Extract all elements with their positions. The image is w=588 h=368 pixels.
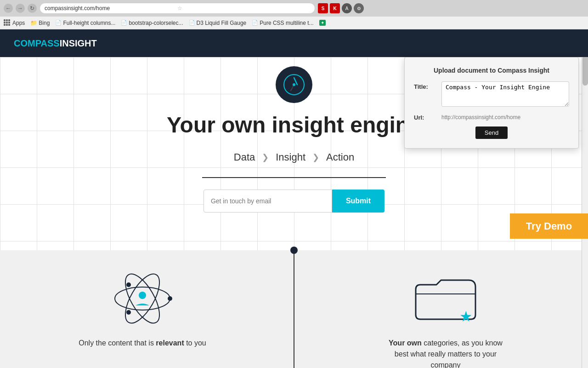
hero-title: Your own insight engine xyxy=(167,112,421,138)
flow-insight: Insight xyxy=(276,151,305,163)
bookmark-icon-1: 📄 xyxy=(55,20,62,26)
d3-label: D3 Liquid Fill Gauge xyxy=(197,20,247,26)
compass-gauge-icon xyxy=(283,73,305,96)
apps-icon xyxy=(4,19,11,27)
star-icon: ☆ xyxy=(177,5,310,12)
bing-icon: 📁 xyxy=(30,20,37,26)
full-height-label: Full-height columns... xyxy=(63,20,115,26)
folder-svg: ★ xyxy=(409,269,482,328)
forward-button[interactable]: → xyxy=(16,4,25,13)
bookmark-d3[interactable]: 📄 D3 Liquid Fill Gauge xyxy=(189,20,247,26)
popup-url-value: http://compassinsight.com/home xyxy=(441,112,569,121)
popup-title-label: Title: xyxy=(414,81,437,90)
email-form: Submit xyxy=(204,190,384,213)
submit-button[interactable]: Submit xyxy=(332,190,384,213)
lower-section: Only the content that is relevant to you… xyxy=(0,250,588,368)
page-content: COMPASSINSIGHT Your own insight engine D… xyxy=(0,29,588,368)
flow-arrow-1: ❯ xyxy=(262,152,269,162)
ext-icon-1[interactable]: S xyxy=(318,3,328,13)
try-demo-button[interactable]: Try Demo xyxy=(510,213,588,239)
compass-logo-circle xyxy=(276,66,312,103)
browser-toolbar: ← → ↻ compassinsight.com/home ☆ S K A ⚙ xyxy=(0,0,588,17)
card2-bold: Your own xyxy=(389,339,422,347)
popup-title: Upload document to Compass Insight xyxy=(414,67,569,74)
ext-icon-3[interactable]: A xyxy=(342,3,352,13)
timeline-dot-top xyxy=(290,247,298,254)
folder-icon: ★ xyxy=(409,269,482,328)
scrollbar-track[interactable] xyxy=(582,29,588,368)
popup-send-button[interactable]: Send xyxy=(475,126,508,139)
bookmark-icon-4: 📄 xyxy=(252,20,258,26)
card-folder: ★ Your own categories, as you know best … xyxy=(381,269,510,368)
atom-icon xyxy=(106,269,179,328)
bing-label: Bing xyxy=(39,20,50,26)
upload-popup: Upload document to Compass Insight Title… xyxy=(404,57,579,149)
svg-point-3 xyxy=(293,83,295,86)
sheets-icon: ✦ xyxy=(319,20,326,26)
card-atom: Only the content that is relevant to you xyxy=(78,269,207,368)
popup-title-field: Title: Compass - Your Insight Engine xyxy=(414,81,569,107)
svg-point-10 xyxy=(139,292,146,299)
logo-insight: INSIGHT xyxy=(60,38,97,48)
svg-point-8 xyxy=(126,282,131,287)
popup-url-label: Url: xyxy=(414,112,437,121)
pure-css-label: Pure CSS multiline t... xyxy=(260,20,313,26)
flow-data: Data xyxy=(234,151,255,163)
hero-flow: Data ❯ Insight ❯ Action xyxy=(234,151,354,163)
bookmark-apps[interactable]: Apps xyxy=(4,19,25,27)
back-button[interactable]: ← xyxy=(4,4,13,13)
bookmark-full-height[interactable]: 📄 Full-height columns... xyxy=(55,20,115,26)
address-bar[interactable]: compassinsight.com/home ☆ xyxy=(40,3,315,14)
flow-divider xyxy=(202,177,386,178)
svg-text:★: ★ xyxy=(459,308,473,325)
atom-svg xyxy=(108,269,177,328)
svg-point-7 xyxy=(168,296,172,301)
refresh-button[interactable]: ↻ xyxy=(28,4,37,13)
email-input[interactable] xyxy=(204,190,332,213)
bookmark-bing[interactable]: 📁 Bing xyxy=(30,20,50,26)
apps-label: Apps xyxy=(12,20,25,26)
card1-prefix: Only the content that is xyxy=(79,339,156,347)
card1-suffix: to you xyxy=(184,339,206,347)
bookmark-sheets[interactable]: ✦ xyxy=(319,20,326,26)
ext-icon-4[interactable]: ⚙ xyxy=(354,3,364,13)
bootstrap-label: bootstrap-colorselec... xyxy=(129,20,183,26)
card2-text: Your own categories, as you know best wh… xyxy=(381,338,510,368)
address-text: compassinsight.com/home xyxy=(45,5,177,12)
ext-icon-2[interactable]: K xyxy=(330,3,340,13)
flow-action: Action xyxy=(326,151,354,163)
site-logo: COMPASSINSIGHT xyxy=(14,38,97,49)
bookmark-pure-css[interactable]: 📄 Pure CSS multiline t... xyxy=(252,20,313,26)
bookmark-bootstrap[interactable]: 📄 bootstrap-colorselec... xyxy=(121,20,183,26)
bookmark-icon-2: 📄 xyxy=(121,20,127,26)
bookmark-icon-3: 📄 xyxy=(189,20,195,26)
bookmarks-bar: Apps 📁 Bing 📄 Full-height columns... 📄 b… xyxy=(0,17,588,29)
logo-compass: COMPASS xyxy=(14,38,60,48)
popup-url-field: Url: http://compassinsight.com/home xyxy=(414,112,569,121)
flow-arrow-2: ❯ xyxy=(312,152,319,162)
card1-bold: relevant xyxy=(156,339,184,347)
timeline-line xyxy=(294,250,294,368)
browser-extensions: S K A ⚙ xyxy=(318,3,364,13)
card1-text: Only the content that is relevant to you xyxy=(79,338,206,349)
svg-point-9 xyxy=(126,310,131,315)
site-nav: COMPASSINSIGHT xyxy=(0,29,588,57)
popup-title-input[interactable]: Compass - Your Insight Engine xyxy=(441,81,569,107)
